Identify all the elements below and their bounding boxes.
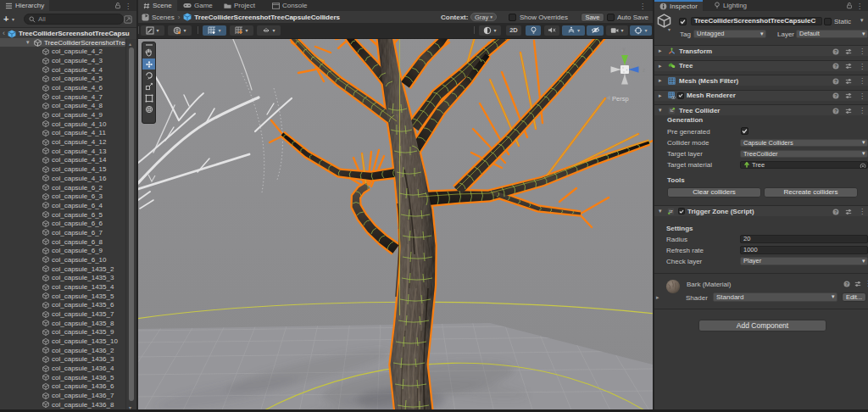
- svg-text:?: ?: [834, 109, 837, 114]
- svg-text:z: z: [643, 67, 645, 73]
- svg-text:?: ?: [834, 64, 837, 69]
- svg-text:?: ?: [834, 93, 837, 98]
- svg-text:Persp: Persp: [612, 95, 629, 103]
- svg-text:?: ?: [834, 209, 837, 214]
- svg-text:?: ?: [834, 79, 837, 84]
- svg-text:?: ?: [834, 49, 837, 54]
- svg-text:?: ?: [845, 281, 849, 287]
